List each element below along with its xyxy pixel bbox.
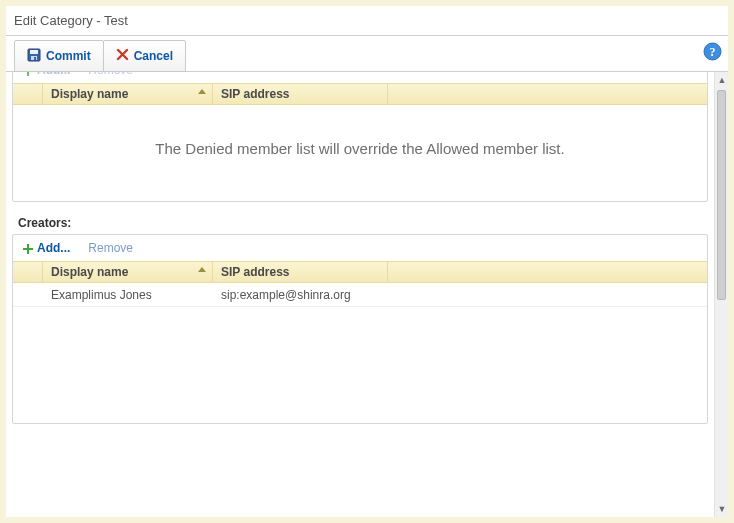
denied-col-sip[interactable]: SIP address xyxy=(213,84,388,104)
commit-button[interactable]: Commit xyxy=(14,40,104,72)
add-creator-button[interactable]: Add... xyxy=(23,241,70,255)
add-creator-label: Add... xyxy=(37,241,70,255)
cell-sip-address: sip:example@shinra.org xyxy=(213,288,388,302)
add-denied-label: Add... xyxy=(37,72,70,77)
plus-icon xyxy=(23,72,33,75)
svg-rect-3 xyxy=(34,57,36,60)
window-title: Edit Category - Test xyxy=(14,13,128,28)
sort-ascending-icon xyxy=(198,267,206,272)
creators-col-handle[interactable] xyxy=(13,262,43,282)
creators-linkbar: Add... Remove xyxy=(13,235,707,261)
save-icon xyxy=(27,48,41,65)
creators-col-displayname-label: Display name xyxy=(51,265,128,279)
window-titlebar: Edit Category - Test xyxy=(6,6,728,36)
creators-panel: Add... Remove Display name SIP address xyxy=(12,234,708,424)
svg-text:?: ? xyxy=(710,45,716,59)
creators-grid-header: Display name SIP address xyxy=(13,261,707,283)
svg-rect-8 xyxy=(27,72,29,76)
remove-creator-label: Remove xyxy=(88,241,133,255)
remove-denied-label: Remove xyxy=(88,72,133,77)
denied-grid-header: Display name SIP address xyxy=(13,83,707,105)
denied-col-displayname[interactable]: Display name xyxy=(43,84,213,104)
denied-grid-body: The Denied member list will override the… xyxy=(13,105,707,201)
cancel-label: Cancel xyxy=(134,49,173,63)
svg-rect-11 xyxy=(23,248,33,250)
content-area: Add... Remove Display name SIP address T… xyxy=(6,72,714,517)
add-denied-button[interactable]: Add... xyxy=(23,72,70,77)
creators-col-sip[interactable]: SIP address xyxy=(213,262,388,282)
denied-info-message: The Denied member list will override the… xyxy=(13,105,707,201)
denied-col-displayname-label: Display name xyxy=(51,87,128,101)
remove-denied-button[interactable]: Remove xyxy=(88,72,133,77)
denied-members-panel: Add... Remove Display name SIP address T… xyxy=(12,72,708,202)
creators-col-sip-label: SIP address xyxy=(221,265,289,279)
creators-grid-body: Examplimus Jones sip:example@shinra.org xyxy=(13,283,707,423)
toolbar: Commit Cancel ? xyxy=(6,36,728,72)
denied-col-sip-label: SIP address xyxy=(221,87,289,101)
vertical-scrollbar[interactable]: ▲ ▼ xyxy=(714,72,728,517)
denied-linkbar: Add... Remove xyxy=(13,72,707,83)
creators-label: Creators: xyxy=(18,216,706,230)
scroll-down-button[interactable]: ▼ xyxy=(715,501,729,517)
plus-icon xyxy=(23,243,33,253)
table-row[interactable]: Examplimus Jones sip:example@shinra.org xyxy=(13,283,707,307)
cancel-button[interactable]: Cancel xyxy=(103,40,186,72)
remove-creator-button[interactable]: Remove xyxy=(88,241,133,255)
sort-ascending-icon xyxy=(198,89,206,94)
denied-col-handle[interactable] xyxy=(13,84,43,104)
help-button[interactable]: ? xyxy=(703,42,722,61)
cell-display-name: Examplimus Jones xyxy=(43,288,213,302)
creators-col-extra[interactable] xyxy=(388,262,707,282)
svg-rect-1 xyxy=(30,50,38,54)
cancel-icon xyxy=(116,48,129,64)
commit-label: Commit xyxy=(46,49,91,63)
window: Edit Category - Test Commit Cancel xyxy=(0,0,734,523)
creators-col-displayname[interactable]: Display name xyxy=(43,262,213,282)
scroll-up-button[interactable]: ▲ xyxy=(715,72,729,88)
scroll-thumb[interactable] xyxy=(717,90,726,300)
denied-col-extra[interactable] xyxy=(388,84,707,104)
